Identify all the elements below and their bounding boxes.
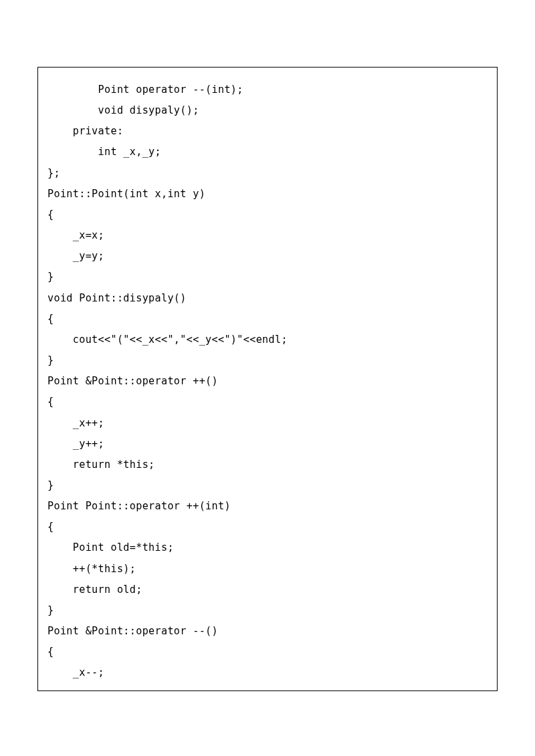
code-line: {	[47, 392, 488, 412]
code-line: ++(*this);	[47, 559, 488, 580]
code-line: }	[47, 350, 488, 371]
code-line: _x=x;	[47, 225, 488, 246]
code-line: Point &Point::operator ++()	[47, 371, 488, 392]
code-line: void Point::disypaly()	[47, 288, 488, 309]
code-container: Point operator --(int); void disypaly();…	[37, 67, 498, 691]
code-line: {	[47, 309, 488, 330]
code-line: }	[47, 475, 488, 496]
code-line: Point operator --(int);	[47, 80, 488, 100]
code-line: }	[47, 600, 488, 621]
code-line: {	[47, 517, 488, 537]
code-line: _y++;	[47, 434, 488, 455]
code-line: private:	[47, 121, 488, 142]
code-line: _x++;	[47, 413, 488, 434]
code-line: }	[47, 267, 488, 287]
code-line: {	[47, 205, 488, 225]
code-line: Point old=*this;	[47, 537, 488, 558]
code-line: _y=y;	[47, 246, 488, 267]
code-line: };	[47, 163, 488, 184]
code-line: int _x,_y;	[47, 142, 488, 162]
code-line: Point Point::operator ++(int)	[47, 496, 488, 517]
code-line: Point::Point(int x,int y)	[47, 184, 488, 205]
code-line: return old;	[47, 580, 488, 600]
code-line: _x--;	[47, 662, 488, 683]
code-line: {	[47, 642, 488, 662]
code-line: Point &Point::operator --()	[47, 621, 488, 642]
code-line: return *this;	[47, 455, 488, 475]
code-line: void disypaly();	[47, 100, 488, 121]
code-line: cout<<"("<<_x<<","<<_y<<")"<<endl;	[47, 330, 488, 350]
